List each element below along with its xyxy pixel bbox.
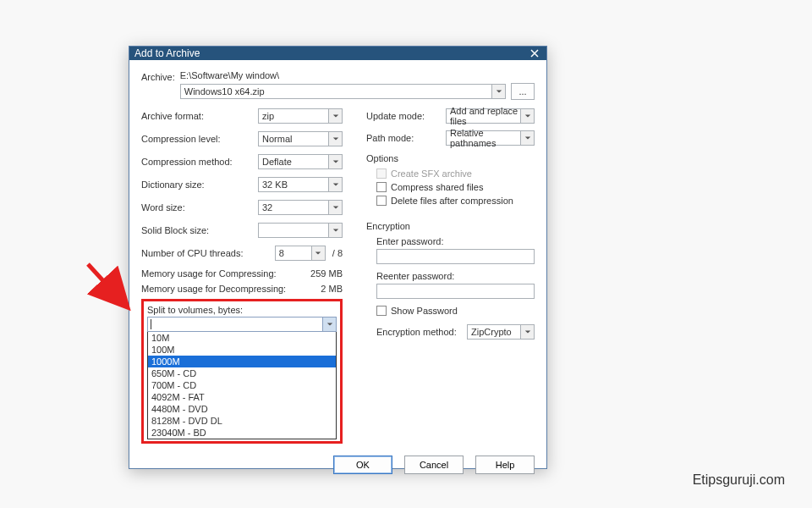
dialog-title: Add to Archive bbox=[134, 47, 200, 59]
archive-path: E:\Software\My window\ bbox=[180, 70, 535, 80]
help-label: Help bbox=[496, 460, 515, 470]
enter-password-input[interactable] bbox=[376, 249, 535, 264]
compression-level-select[interactable]: Normal bbox=[258, 131, 343, 146]
split-to-volumes-section: Split to volumes, bytes: 10M 100M 1000M … bbox=[141, 299, 343, 444]
button-bar: OK Cancel Help bbox=[129, 447, 546, 484]
show-password-checkbox[interactable] bbox=[376, 306, 387, 316]
split-option-label: 1000M bbox=[151, 356, 180, 367]
archive-label: Archive: bbox=[141, 70, 175, 82]
sfx-checkbox bbox=[376, 168, 387, 179]
chevron-down-icon[interactable] bbox=[328, 224, 342, 237]
chevron-down-icon[interactable] bbox=[491, 85, 505, 98]
encryption-method-select[interactable]: ZipCrypto bbox=[467, 324, 535, 340]
split-dropdown-list[interactable]: 10M 100M 1000M 650M - CD 700M - CD 4092M… bbox=[147, 332, 337, 439]
split-option[interactable]: 4092M - FAT bbox=[148, 391, 336, 403]
memory-decompress-value: 2 MB bbox=[321, 284, 343, 294]
left-column: Archive format: zip Compression level: N… bbox=[141, 108, 343, 444]
chevron-down-icon[interactable] bbox=[311, 246, 325, 260]
cpu-threads-max: / 8 bbox=[332, 248, 343, 258]
split-to-volumes-label: Split to volumes, bytes: bbox=[147, 305, 337, 315]
enter-password-label: Enter password: bbox=[376, 236, 535, 246]
split-option[interactable]: 10M bbox=[148, 332, 336, 344]
memory-decompress-label: Memory usage for Decompressing: bbox=[141, 284, 286, 294]
path-mode-label: Path mode: bbox=[366, 133, 441, 143]
solid-block-size-select[interactable] bbox=[258, 223, 343, 238]
browse-dots: ... bbox=[518, 86, 526, 97]
word-size-value: 32 bbox=[262, 202, 272, 213]
split-option[interactable]: 650M - CD bbox=[148, 367, 336, 379]
compress-shared-label: Compress shared files bbox=[391, 182, 483, 192]
dictionary-size-select[interactable]: 32 KB bbox=[258, 177, 343, 192]
dictionary-size-label: Dictionary size: bbox=[141, 179, 258, 190]
split-option-label: 23040M - BD bbox=[151, 428, 206, 438]
update-mode-value: Add and replace files bbox=[450, 106, 530, 126]
chevron-down-icon[interactable] bbox=[328, 155, 342, 168]
split-option-label: 650M - CD bbox=[151, 368, 196, 378]
dictionary-size-value: 32 KB bbox=[262, 179, 288, 190]
delete-after-label: Delete files after compression bbox=[391, 196, 513, 206]
compression-method-select[interactable]: Deflate bbox=[258, 154, 343, 169]
split-option[interactable]: 23040M - BD bbox=[148, 427, 336, 439]
archive-format-label: Archive format: bbox=[141, 111, 258, 121]
split-option[interactable]: 8128M - DVD DL bbox=[148, 415, 336, 427]
titlebar[interactable]: Add to Archive bbox=[129, 47, 546, 60]
path-mode-select[interactable]: Relative pathnames bbox=[446, 130, 535, 146]
encryption-method-value: ZipCrypto bbox=[471, 327, 512, 337]
right-column: Update mode: Add and replace files Path … bbox=[366, 108, 535, 444]
split-option[interactable]: 700M - CD bbox=[148, 379, 336, 391]
memory-compress-value: 259 MB bbox=[310, 268, 343, 279]
encryption-method-label: Encryption method: bbox=[376, 327, 460, 337]
browse-button[interactable]: ... bbox=[511, 83, 535, 100]
split-option[interactable]: 100M bbox=[148, 344, 336, 356]
reenter-password-input[interactable] bbox=[376, 284, 535, 299]
close-icon bbox=[530, 49, 539, 58]
delete-after-checkbox[interactable] bbox=[376, 196, 387, 206]
split-option-label: 100M bbox=[151, 345, 175, 355]
chevron-down-icon[interactable] bbox=[520, 131, 534, 145]
cpu-threads-value: 8 bbox=[279, 248, 284, 258]
memory-compress-label: Memory usage for Compressing: bbox=[141, 268, 277, 279]
ok-label: OK bbox=[356, 460, 370, 470]
reenter-password-label: Reenter password: bbox=[376, 271, 535, 281]
add-to-archive-dialog: Add to Archive Archive: E:\Software\My w… bbox=[129, 46, 547, 469]
archive-file-combo[interactable]: Windows10 x64.zip bbox=[180, 84, 506, 99]
cancel-label: Cancel bbox=[420, 460, 448, 470]
split-option-label: 4092M - FAT bbox=[151, 392, 205, 402]
archive-format-select[interactable]: zip bbox=[258, 108, 343, 124]
encryption-heading: Encryption bbox=[366, 221, 535, 231]
word-size-select[interactable]: 32 bbox=[258, 200, 343, 215]
split-to-volumes-combo[interactable] bbox=[147, 317, 337, 332]
options-heading: Options bbox=[366, 153, 535, 163]
path-mode-value: Relative pathnames bbox=[450, 128, 530, 148]
chevron-down-icon[interactable] bbox=[328, 178, 342, 191]
split-option-label: 4480M - DVD bbox=[151, 404, 208, 414]
archive-file-value: Windows10 x64.zip bbox=[184, 86, 265, 97]
close-button[interactable] bbox=[528, 47, 541, 60]
chevron-down-icon[interactable] bbox=[328, 132, 342, 146]
ok-button[interactable]: OK bbox=[333, 456, 392, 474]
split-option[interactable]: 4480M - DVD bbox=[148, 403, 336, 415]
compression-method-label: Compression method: bbox=[141, 157, 258, 167]
chevron-down-icon[interactable] bbox=[520, 325, 534, 339]
split-option-label: 10M bbox=[151, 333, 169, 343]
update-mode-select[interactable]: Add and replace files bbox=[446, 108, 535, 124]
text-caret bbox=[151, 319, 151, 329]
compress-shared-checkbox[interactable] bbox=[376, 182, 387, 192]
help-button[interactable]: Help bbox=[475, 456, 535, 474]
solid-block-size-label: Solid Block size: bbox=[141, 225, 258, 235]
chevron-down-icon[interactable] bbox=[520, 109, 534, 123]
update-mode-label: Update mode: bbox=[366, 111, 441, 121]
chevron-down-icon[interactable] bbox=[328, 109, 342, 123]
dialog-content: Archive: E:\Software\My window\ Windows1… bbox=[129, 60, 546, 447]
chevron-down-icon[interactable] bbox=[328, 201, 342, 214]
split-option-label: 8128M - DVD DL bbox=[151, 416, 222, 426]
show-password-label: Show Password bbox=[391, 306, 458, 316]
split-option-selected[interactable]: 1000M bbox=[148, 356, 336, 367]
compression-level-label: Compression level: bbox=[141, 134, 258, 144]
chevron-down-icon[interactable] bbox=[322, 318, 336, 331]
cpu-threads-label: Number of CPU threads: bbox=[141, 248, 275, 258]
watermark-text: Etipsguruji.com bbox=[693, 472, 785, 488]
compression-method-value: Deflate bbox=[262, 157, 292, 167]
cpu-threads-select[interactable]: 8 bbox=[275, 246, 326, 261]
cancel-button[interactable]: Cancel bbox=[404, 456, 464, 474]
